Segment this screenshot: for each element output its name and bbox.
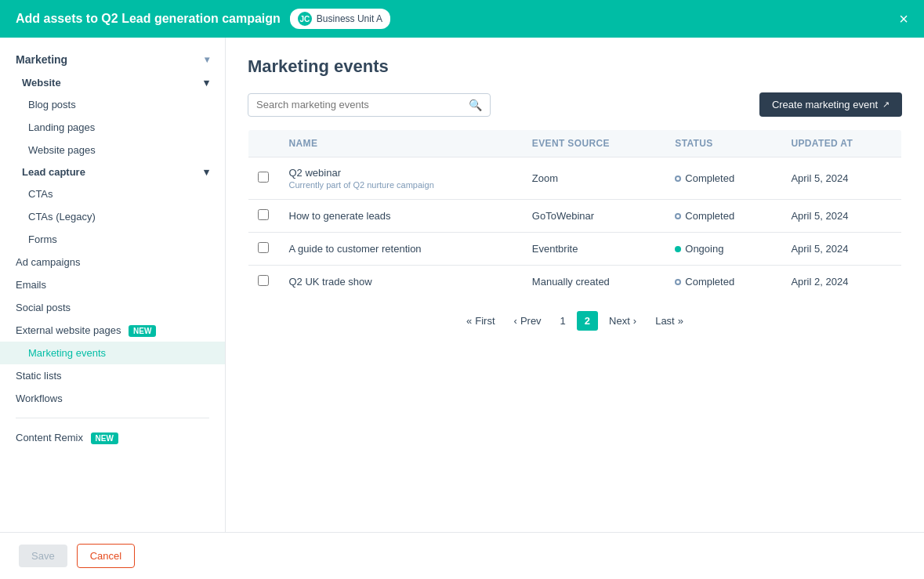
status-dot <box>675 246 681 252</box>
col-source: EVENT SOURCE <box>523 130 665 157</box>
next-icon: › <box>633 315 636 327</box>
status-badge: Completed <box>675 210 734 222</box>
updated-date: April 5, 2024 <box>791 210 848 222</box>
pagination-last[interactable]: Last » <box>647 311 691 331</box>
events-table: NAME EVENT SOURCE STATUS UPDATED AT Q2 w… <box>248 129 902 299</box>
sidebar-item-landing-pages[interactable]: Landing pages <box>0 116 225 139</box>
row-checkbox[interactable] <box>258 275 269 286</box>
chevron-down-icon: ▾ <box>204 77 209 89</box>
external-link-icon: ↗ <box>882 100 890 110</box>
sidebar-item-marketing-events[interactable]: Marketing events <box>0 342 225 364</box>
cancel-button[interactable]: Cancel <box>77 544 135 568</box>
sidebar-item-forms[interactable]: Forms <box>0 228 225 251</box>
close-button[interactable]: × <box>899 11 908 27</box>
chevron-down-icon: ▾ <box>204 166 209 178</box>
table-row: A guide to customer retention Eventbrite… <box>248 233 902 266</box>
row-name-cell: A guide to customer retention <box>280 233 523 266</box>
status-dot <box>675 279 681 285</box>
sidebar-item-ad-campaigns[interactable]: Ad campaigns <box>0 251 225 273</box>
business-unit-badge[interactable]: JC Business Unit A <box>290 9 390 29</box>
header-title: Add assets to Q2 Lead generation campaig… <box>16 12 281 26</box>
first-label: First <box>475 315 495 327</box>
save-button[interactable]: Save <box>19 545 67 567</box>
layout: Marketing ▾ Website ▾ Blog posts Landing… <box>0 38 924 532</box>
pagination-page-2[interactable]: 2 <box>577 311 598 331</box>
sidebar: Marketing ▾ Website ▾ Blog posts Landing… <box>0 38 226 532</box>
event-source: GoToWebinar <box>532 210 594 222</box>
row-checkbox[interactable] <box>258 209 269 220</box>
row-checkbox-cell <box>248 266 280 299</box>
toolbar: 🔍 Create marketing event ↗ <box>248 92 902 117</box>
row-source-cell: Eventbrite <box>523 233 665 266</box>
prev-label: Prev <box>520 315 542 327</box>
row-updated-cell: April 5, 2024 <box>781 200 901 233</box>
row-source-cell: GoToWebinar <box>523 200 665 233</box>
row-checkbox[interactable] <box>258 242 269 253</box>
header: Add assets to Q2 Lead generation campaig… <box>0 0 924 38</box>
sidebar-section-label: Marketing <box>16 53 67 66</box>
col-name: NAME <box>280 130 523 157</box>
row-name-cell: Q2 webinar Currently part of Q2 nurture … <box>280 157 523 200</box>
last-label: Last <box>655 315 675 327</box>
event-source: Manually created <box>532 276 610 288</box>
last-icon: » <box>678 315 683 327</box>
badge-label: Business Unit A <box>317 13 382 24</box>
pagination-page-1[interactable]: 1 <box>553 311 574 331</box>
row-checkbox-cell <box>248 200 280 233</box>
search-input[interactable] <box>256 99 466 110</box>
sidebar-item-workflows[interactable]: Workflows <box>0 387 225 410</box>
sidebar-item-social-posts[interactable]: Social posts <box>0 296 225 319</box>
sidebar-item-website-pages[interactable]: Website pages <box>0 139 225 161</box>
sidebar-divider <box>16 418 209 418</box>
create-btn-label: Create marketing event <box>772 99 878 110</box>
sidebar-item-blog-posts[interactable]: Blog posts <box>0 93 225 116</box>
row-updated-cell: April 5, 2024 <box>781 233 901 266</box>
status-badge: Completed <box>675 172 734 184</box>
row-checkbox-cell <box>248 233 280 266</box>
row-status-cell: Completed <box>665 266 781 299</box>
sidebar-item-static-lists[interactable]: Static lists <box>0 364 225 387</box>
sidebar-subsection-lead-capture[interactable]: Lead capture ▾ <box>0 161 225 183</box>
row-status-cell: Completed <box>665 200 781 233</box>
col-checkbox <box>248 130 280 157</box>
row-status-cell: Completed <box>665 157 781 200</box>
pagination-first[interactable]: « First <box>458 311 503 331</box>
status-label: Completed <box>685 276 734 288</box>
sidebar-item-ctas[interactable]: CTAs <box>0 183 225 205</box>
event-sub: Currently part of Q2 nurture campaign <box>289 180 513 190</box>
first-icon: « <box>466 315 472 327</box>
create-marketing-event-button[interactable]: Create marketing event ↗ <box>759 92 902 117</box>
sidebar-item-external-website-pages[interactable]: External website pages NEW <box>0 319 225 342</box>
prev-icon: ‹ <box>514 315 517 327</box>
status-badge: Ongoing <box>675 243 723 255</box>
sidebar-item-emails[interactable]: Emails <box>0 273 225 296</box>
table-row: How to generate leads GoToWebinar Comple… <box>248 200 902 233</box>
sidebar-subsection-website[interactable]: Website ▾ <box>0 72 225 93</box>
search-box: 🔍 <box>248 93 491 117</box>
row-status-cell: Ongoing <box>665 233 781 266</box>
pagination-next[interactable]: Next › <box>601 311 644 331</box>
main-content: Marketing events 🔍 Create marketing even… <box>226 38 924 532</box>
sidebar-subsection-label: Lead capture <box>22 166 85 178</box>
row-source-cell: Manually created <box>523 266 665 299</box>
table-row: Q2 UK trade show Manually created Comple… <box>248 266 902 299</box>
new-badge: NEW <box>91 432 118 444</box>
updated-date: April 2, 2024 <box>791 276 848 288</box>
row-updated-cell: April 5, 2024 <box>781 157 901 200</box>
row-name-cell: Q2 UK trade show <box>280 266 523 299</box>
sidebar-section-marketing[interactable]: Marketing ▾ <box>0 47 225 72</box>
status-dot <box>675 176 681 182</box>
event-name: Q2 webinar <box>289 167 513 179</box>
event-name: Q2 UK trade show <box>289 276 513 288</box>
status-label: Completed <box>685 172 734 184</box>
pagination-prev[interactable]: ‹ Prev <box>506 311 549 331</box>
footer: Save Cancel <box>0 532 924 579</box>
status-label: Completed <box>685 210 734 222</box>
event-name: How to generate leads <box>289 210 513 222</box>
sidebar-item-ctas-legacy[interactable]: CTAs (Legacy) <box>0 205 225 228</box>
row-name-cell: How to generate leads <box>280 200 523 233</box>
status-badge: Completed <box>675 276 734 288</box>
sidebar-subsection-label: Website <box>22 77 61 89</box>
sidebar-item-content-remix[interactable]: Content Remix NEW <box>0 426 225 449</box>
row-checkbox[interactable] <box>258 172 269 183</box>
